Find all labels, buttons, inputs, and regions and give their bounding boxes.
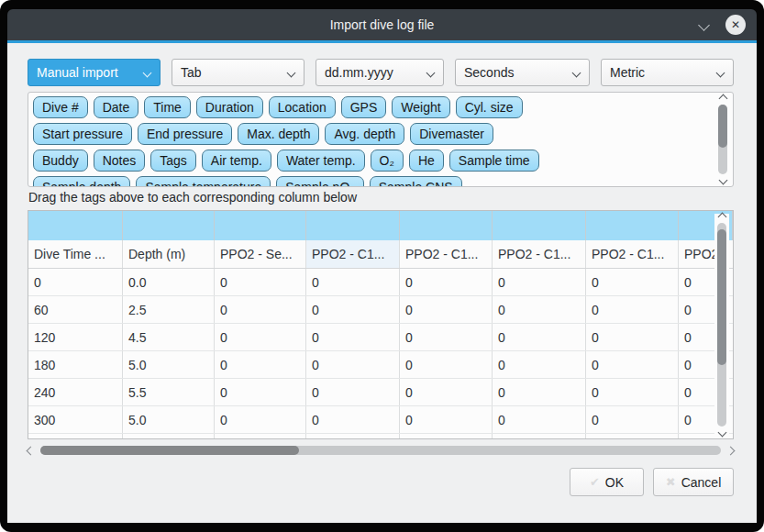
column-header: Depth (m) <box>123 240 215 268</box>
tag-sample-time[interactable]: Sample time <box>449 150 539 172</box>
chevron-down-icon[interactable] <box>718 176 727 185</box>
table-cell: 240 <box>28 379 123 405</box>
field-separator-select[interactable]: Tab <box>172 59 304 86</box>
column-header: PPO2 - C1... <box>306 240 400 268</box>
shade-button[interactable] <box>694 16 713 34</box>
table-cell: 0 <box>215 379 306 405</box>
duration-format-value: Seconds <box>464 65 514 80</box>
tag-panel-scrollbar[interactable] <box>715 95 730 183</box>
tag-notes[interactable]: Notes <box>94 150 146 172</box>
table-header-row: Dive Time ... Depth (m) PPO2 - Se... PPO… <box>28 240 733 269</box>
table-cell: 0 <box>306 296 400 323</box>
chevron-up-icon[interactable] <box>718 94 727 104</box>
tag-air-temp[interactable]: Air temp. <box>202 150 271 172</box>
table-horizontal-scrollbar[interactable] <box>28 443 734 458</box>
table-cell: 0 <box>215 406 306 433</box>
column-drop-target[interactable] <box>28 211 123 240</box>
tag-cyl-size[interactable]: Cyl. size <box>456 96 523 118</box>
units-select[interactable]: Metric <box>601 59 734 86</box>
column-drop-target[interactable] <box>215 211 306 240</box>
titlebar-buttons: ✕ <box>694 9 746 40</box>
tag-end-pressure[interactable]: End pressure <box>138 123 232 145</box>
table-cell: 0 <box>306 406 400 433</box>
table-cell: 0 <box>400 379 493 405</box>
column-drop-target[interactable] <box>123 211 215 240</box>
scrollbar-track[interactable] <box>717 223 726 427</box>
scrollbar-track[interactable] <box>718 105 727 174</box>
tag-gps[interactable]: GPS <box>341 96 387 118</box>
duration-format-select[interactable]: Seconds <box>455 59 590 86</box>
import-preview-table: Dive Time ... Depth (m) PPO2 - Se... PPO… <box>28 210 734 439</box>
chevron-down-icon <box>426 68 436 77</box>
tag-sample-po2[interactable]: Sample pO₂ <box>276 176 363 187</box>
table-cell: 0 <box>400 296 493 323</box>
chevron-down-icon[interactable] <box>717 428 726 438</box>
tag-row: Dive # Date Time Duration Location GPS W… <box>33 96 707 118</box>
chevron-right-icon[interactable] <box>726 446 736 455</box>
table-cell: 0 <box>586 324 679 350</box>
tag-sample-temperature[interactable]: Sample temperature <box>136 176 271 187</box>
table-cell: 120 <box>28 324 123 350</box>
column-drop-target[interactable] <box>306 211 400 240</box>
column-drop-target[interactable] <box>586 211 679 240</box>
tag-row-clipped: Sample depth Sample temperature Sample p… <box>33 176 707 187</box>
tag-start-pressure[interactable]: Start pressure <box>33 123 132 145</box>
tag-duration[interactable]: Duration <box>196 96 263 118</box>
tag-buddy[interactable]: Buddy <box>33 150 88 172</box>
chevron-left-icon[interactable] <box>27 446 36 455</box>
table-cell: 5.0 <box>123 351 215 378</box>
ok-button-label: OK <box>605 475 624 490</box>
ok-button[interactable]: ✔ OK <box>570 468 644 496</box>
scrollbar-thumb[interactable] <box>717 229 726 366</box>
chevron-down-icon <box>287 68 296 77</box>
table-vertical-scrollbar[interactable] <box>714 214 729 436</box>
table-cell: 0 <box>306 351 400 378</box>
drop-target-row <box>28 211 733 240</box>
table-cell: 0 <box>215 324 306 350</box>
scrollbar-thumb[interactable] <box>40 446 299 455</box>
tag-water-temp[interactable]: Water temp. <box>277 150 365 172</box>
column-header: Dive Time ... <box>28 240 123 268</box>
table-cell: 0 <box>493 324 586 350</box>
table-cell: 0 <box>586 406 679 433</box>
drag-instruction-label: Drag the tags above to each correspondin… <box>28 190 357 205</box>
tag-weight[interactable]: Weight <box>392 96 449 118</box>
tag-tags[interactable]: Tags <box>150 150 196 172</box>
column-header: PPO2 - C1... <box>493 240 586 268</box>
date-format-select[interactable]: dd.mm.yyyy <box>316 59 444 86</box>
close-button[interactable]: ✕ <box>725 15 746 35</box>
tag-max-depth[interactable]: Max. depth <box>238 123 319 145</box>
tag-date[interactable]: Date <box>94 96 139 118</box>
table-cell: 180 <box>28 351 123 378</box>
titlebar[interactable]: Import dive log file ✕ <box>7 9 757 40</box>
tag-sample-cns[interactable]: Sample CNS <box>370 176 462 187</box>
dialog-body: Manual import Tab dd.mm.yyyy Seconds Met… <box>7 43 757 523</box>
tag-divemaster[interactable]: Divemaster <box>410 123 493 145</box>
cancel-button[interactable]: ✖ Cancel <box>653 468 734 496</box>
dialog-buttons: ✔ OK ✖ Cancel <box>28 468 734 496</box>
column-header: PPO2 - C1... <box>586 240 679 268</box>
column-drop-target[interactable] <box>493 211 586 240</box>
date-format-value: dd.mm.yyyy <box>325 65 393 80</box>
check-icon: ✔ <box>590 475 600 489</box>
import-type-select[interactable]: Manual import <box>28 59 161 86</box>
tag-avg-depth[interactable]: Avg. depth <box>325 123 404 145</box>
column-header: PPO2 - C1... <box>400 240 493 268</box>
tag-time[interactable]: Time <box>144 96 191 118</box>
scrollbar-thumb[interactable] <box>718 105 727 148</box>
tag-dive-number[interactable]: Dive # <box>33 96 88 118</box>
scrollbar-track[interactable] <box>40 446 721 455</box>
table-row-clipped <box>28 434 733 439</box>
tag-o2[interactable]: O₂ <box>371 150 404 172</box>
table-cell: 0 <box>215 351 306 378</box>
tag-location[interactable]: Location <box>269 96 336 118</box>
table-cell: 0 <box>400 324 493 350</box>
tag-he[interactable]: He <box>409 150 444 172</box>
chevron-up-icon[interactable] <box>717 213 726 222</box>
table-cell: 5.5 <box>123 379 215 405</box>
tag-sample-depth[interactable]: Sample depth <box>33 176 130 187</box>
column-drop-target[interactable] <box>400 211 493 240</box>
table-cell: 0 <box>306 379 400 405</box>
field-separator-value: Tab <box>181 65 202 80</box>
tag-row: Start pressure End pressure Max. depth A… <box>33 123 707 145</box>
